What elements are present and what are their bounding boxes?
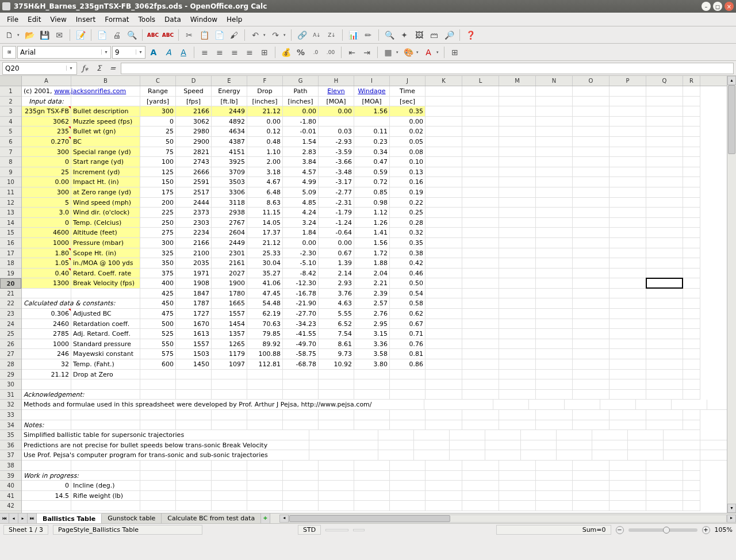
row-header-14[interactable]: 14 xyxy=(0,218,21,228)
row-header-7[interactable]: 7 xyxy=(0,147,21,158)
name-box-input[interactable] xyxy=(3,63,66,74)
row-header-32[interactable]: 32 xyxy=(0,400,21,410)
open-button[interactable]: 📂 xyxy=(22,28,36,42)
number-format-button[interactable]: .0 xyxy=(309,45,323,59)
column-header-Q[interactable]: Q xyxy=(646,76,683,86)
menu-data[interactable]: Data xyxy=(160,14,186,25)
column-header-F[interactable]: F xyxy=(247,76,283,86)
font-size-combo[interactable]: ▾ xyxy=(112,46,145,59)
menu-insert[interactable]: Insert xyxy=(71,14,100,25)
bg-color-button[interactable]: 🎨 xyxy=(401,45,415,59)
tab-nav-prev[interactable]: ◂ xyxy=(9,513,18,523)
italic-button[interactable]: A xyxy=(162,45,175,59)
row-header-6[interactable]: 6 xyxy=(0,137,21,147)
menu-window[interactable]: Window xyxy=(186,14,222,25)
row-header-40[interactable]: 40 xyxy=(0,481,21,491)
font-color-dropdown[interactable]: ▾ xyxy=(436,50,440,55)
column-header-K[interactable]: K xyxy=(425,76,462,86)
cut-button[interactable]: ✂ xyxy=(182,28,196,42)
row-header-33[interactable]: 33 xyxy=(0,410,21,420)
help-button[interactable]: ❓ xyxy=(463,28,477,42)
scroll-track[interactable] xyxy=(727,85,736,504)
menu-view[interactable]: View xyxy=(45,14,71,25)
row-header-18[interactable]: 18 xyxy=(0,258,21,269)
percent-button[interactable]: % xyxy=(294,45,308,59)
selection-mode-indicator[interactable] xyxy=(325,529,348,531)
select-all-corner[interactable] xyxy=(0,76,21,86)
name-box[interactable]: ▾ xyxy=(2,62,77,75)
row-header-28[interactable]: 28 xyxy=(0,359,21,370)
align-right-button[interactable]: ≡ xyxy=(228,45,241,59)
minimize-button[interactable]: – xyxy=(702,2,711,11)
zoom-button[interactable]: 🔎 xyxy=(442,28,456,42)
row-header-17[interactable]: 17 xyxy=(0,248,21,259)
sheet-tab-gunstock[interactable]: Gunstock table xyxy=(102,513,162,523)
row-header-13[interactable]: 13 xyxy=(0,208,21,218)
row-header-41[interactable]: 41 xyxy=(0,491,21,501)
function-wizard-button[interactable]: ƒ⁎ xyxy=(79,63,91,74)
row-header-19[interactable]: 19 xyxy=(0,269,21,279)
redo-dropdown[interactable]: ▾ xyxy=(283,33,288,37)
row-header-9[interactable]: 9 xyxy=(0,167,21,178)
scroll-up-button[interactable]: ▴ xyxy=(727,76,736,85)
row-header-37[interactable]: 37 xyxy=(0,450,21,461)
menu-edit[interactable]: Edit xyxy=(23,14,45,25)
vertical-scrollbar[interactable]: ▴ ▾ xyxy=(727,76,736,513)
navigator-button[interactable]: ✦ xyxy=(397,28,411,42)
column-header-J[interactable]: J xyxy=(390,76,425,86)
row-header-10[interactable]: 10 xyxy=(0,177,21,187)
column-header-R[interactable]: R xyxy=(683,76,700,86)
column-header-B[interactable]: B xyxy=(71,76,140,86)
row-header-22[interactable]: 22 xyxy=(0,298,21,309)
sum-button[interactable]: Σ xyxy=(93,63,105,74)
column-header-D[interactable]: D xyxy=(176,76,212,86)
column-header-P[interactable]: P xyxy=(610,76,646,86)
font-name-dropdown-icon[interactable]: ▾ xyxy=(101,49,110,55)
borders-dropdown[interactable]: ▾ xyxy=(396,50,400,55)
column-header-A[interactable]: A xyxy=(22,76,71,86)
edit-file-button[interactable]: 📝 xyxy=(74,28,87,42)
sheet-tab-ballistics[interactable]: Ballistics Table xyxy=(37,513,102,523)
sheet-tab-calc-bc[interactable]: Calculate BC from test data xyxy=(162,513,261,523)
menu-help[interactable]: Help xyxy=(222,14,247,25)
tab-nav-next[interactable]: ▸ xyxy=(18,513,28,523)
row-header-12[interactable]: 12 xyxy=(0,198,21,208)
email-button[interactable]: ✉ xyxy=(52,28,66,42)
print-preview-button[interactable]: 🔍 xyxy=(125,28,139,42)
bg-color-dropdown[interactable]: ▾ xyxy=(416,50,420,55)
zoom-in-button[interactable]: + xyxy=(702,526,710,534)
chart-button[interactable]: 📊 xyxy=(346,28,360,42)
column-header-G[interactable]: G xyxy=(283,76,319,86)
row-header-8[interactable]: 8 xyxy=(0,157,21,167)
find-replace-button[interactable]: 🔍 xyxy=(382,28,396,42)
page-style-indicator[interactable]: PageStyle_Ballistics Table xyxy=(53,525,202,535)
column-header-E[interactable]: E xyxy=(212,76,247,86)
save-button[interactable]: 💾 xyxy=(37,28,51,42)
row-header-20[interactable]: 20 xyxy=(0,278,21,289)
horizontal-scrollbar[interactable]: ◂ ▸ xyxy=(279,513,736,523)
row-header-24[interactable]: 24 xyxy=(0,319,21,329)
underline-button[interactable]: A xyxy=(177,45,190,59)
font-color-button[interactable]: A xyxy=(421,45,435,59)
menu-file[interactable]: File xyxy=(2,14,23,25)
column-header-I[interactable]: I xyxy=(354,76,390,86)
tab-nav-last[interactable]: ⏭ xyxy=(28,513,37,523)
decrease-indent-button[interactable]: ⇤ xyxy=(345,45,359,59)
hyperlink-button[interactable]: 🔗 xyxy=(295,28,309,42)
undo-button[interactable]: ↶ xyxy=(248,28,262,42)
show-draw-button[interactable]: ✏ xyxy=(361,28,375,42)
row-header-31[interactable]: 31 xyxy=(0,390,21,400)
hscroll-left[interactable]: ◂ xyxy=(279,515,289,523)
row-header-38[interactable]: 38 xyxy=(0,461,21,471)
row-header-2[interactable]: 2 xyxy=(0,97,21,107)
hscroll-track[interactable] xyxy=(289,515,727,523)
zoom-slider-knob[interactable] xyxy=(663,527,670,534)
row-header-27[interactable]: 27 xyxy=(0,349,21,359)
hscroll-thumb[interactable] xyxy=(289,515,450,522)
zoom-level[interactable]: 105% xyxy=(715,526,733,534)
increase-indent-button[interactable]: ⇥ xyxy=(360,45,374,59)
align-left-button[interactable]: ≡ xyxy=(198,45,212,59)
styles-button[interactable]: ⊞ xyxy=(2,46,16,59)
insert-mode-indicator[interactable]: STD xyxy=(298,525,321,535)
row-header-35[interactable]: 35 xyxy=(0,430,21,440)
